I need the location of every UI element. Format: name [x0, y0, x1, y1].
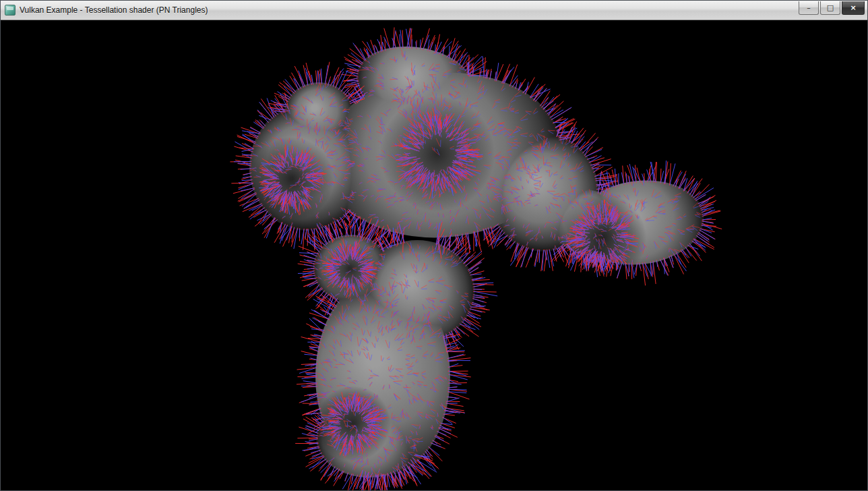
window-controls: – □ × — [799, 1, 867, 15]
close-button[interactable]: × — [842, 1, 865, 15]
titlebar[interactable]: Vulkan Example - Tessellation shader (PN… — [1, 1, 867, 20]
minimize-button[interactable]: – — [799, 1, 819, 15]
app-window: Vulkan Example - Tessellation shader (PN… — [0, 0, 868, 491]
maximize-button[interactable]: □ — [820, 1, 840, 15]
app-icon — [5, 5, 16, 16]
window-title: Vulkan Example - Tessellation shader (PN… — [20, 5, 208, 15]
render-viewport[interactable] — [1, 20, 867, 490]
